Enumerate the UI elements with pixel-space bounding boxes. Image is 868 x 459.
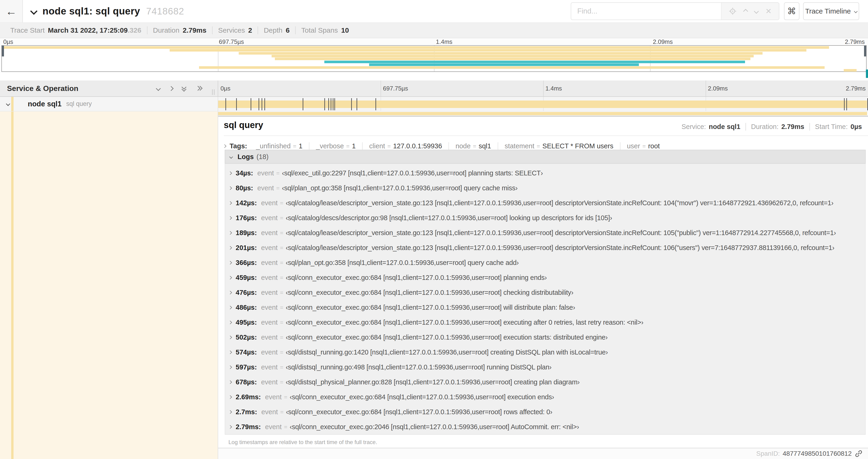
log-marker-tick[interactable] (356, 98, 357, 110)
log-marker-tick[interactable] (225, 98, 226, 110)
log-expand-chevron-icon[interactable] (228, 305, 232, 309)
log-marker-tick[interactable] (328, 98, 329, 110)
span-row[interactable]: node sql1 sql query (0, 97, 868, 111)
log-entry-row[interactable]: 80µs: event = ‹sql/plan_opt.go:358 [nsql… (225, 181, 865, 195)
collapse-one-icon[interactable] (156, 86, 161, 91)
log-marker-tick[interactable] (375, 98, 376, 110)
log-field-value: ‹sql/conn_executor_exec.go:2046 [nsql1,c… (290, 423, 579, 431)
log-entry-row[interactable]: 2.69ms: event = ‹sql/conn_executor_exec.… (225, 390, 865, 404)
log-equals: = (280, 215, 283, 221)
log-field-value: ‹sql/catalog/lease/descriptor_version_st… (286, 199, 833, 207)
log-expand-chevron-icon[interactable] (228, 246, 232, 250)
log-entry-row[interactable]: 366µs: event = ‹sql/plan_opt.go:358 [nsq… (225, 255, 865, 270)
minimap-right-handle[interactable] (864, 46, 866, 57)
log-expand-chevron-icon[interactable] (228, 321, 232, 324)
log-expand-chevron-icon[interactable] (228, 335, 232, 339)
log-expand-chevron-icon[interactable] (228, 216, 232, 220)
log-marker-tick[interactable] (303, 98, 303, 110)
span-duration-bar[interactable] (218, 101, 867, 108)
log-entry-row[interactable]: 476µs: event = ‹sql/conn_executor_exec.g… (225, 285, 865, 300)
log-expand-chevron-icon[interactable] (228, 201, 232, 205)
trace-collapse-chevron-icon[interactable] (30, 7, 37, 15)
log-expand-chevron-icon[interactable] (228, 276, 232, 280)
log-entry-row[interactable]: 2.7ms: event = ‹sql/conn_executor_exec.g… (225, 404, 865, 419)
log-marker-tick[interactable] (844, 98, 845, 110)
log-field-key: event (261, 378, 278, 386)
minimap-canvas[interactable] (1, 45, 867, 72)
keyboard-shortcuts-button[interactable]: ⌘ (784, 2, 799, 20)
log-entry-row[interactable]: 142µs: event = ‹sql/catalog/lease/descri… (225, 195, 865, 210)
log-marker-tick[interactable] (251, 98, 251, 110)
log-marker-tick[interactable] (258, 98, 259, 110)
log-marker-tick[interactable] (261, 98, 262, 110)
log-entry-row[interactable]: 34µs: event = ‹sql/exec_util.go:2297 [ns… (225, 166, 865, 181)
log-expand-chevron-icon[interactable] (228, 261, 232, 264)
log-equals: = (276, 170, 280, 176)
ruler-tick: 2.09ms (708, 85, 728, 92)
find-input[interactable] (571, 3, 721, 20)
tag-equals: = (346, 143, 350, 150)
log-expand-chevron-icon[interactable] (228, 231, 232, 235)
log-expand-chevron-icon[interactable] (228, 425, 232, 429)
summary-label: Trace Start (10, 26, 44, 34)
log-entry-row[interactable]: 502µs: event = ‹sql/conn_executor_exec.g… (225, 330, 865, 345)
log-expand-chevron-icon[interactable] (228, 350, 232, 354)
log-expand-chevron-icon[interactable] (228, 365, 232, 369)
top-bar: ← node sql1: sql query 7418682 ✕ ⌘ Trace… (0, 0, 868, 23)
log-entry-row[interactable]: 2.79ms: event = ‹sql/conn_executor_exec.… (225, 419, 865, 434)
tag-value: root (648, 142, 660, 150)
log-expand-chevron-icon[interactable] (228, 291, 232, 294)
logs-accordion-header[interactable]: Logs (18) (225, 150, 866, 164)
log-entry-row[interactable]: 201µs: event = ‹sql/catalog/lease/descri… (225, 240, 865, 255)
expand-one-icon[interactable] (169, 86, 174, 91)
find-clear-icon[interactable]: ✕ (765, 7, 772, 15)
log-expand-chevron-icon[interactable] (228, 395, 232, 399)
log-entry-row[interactable]: 574µs: event = ‹sql/distsql_running.go:1… (225, 345, 865, 360)
log-entry-row[interactable]: 189µs: event = ‹sql/catalog/lease/descri… (225, 225, 865, 240)
span-collapse-chevron-icon[interactable] (6, 102, 10, 106)
summary-value: 2.79ms (183, 26, 207, 34)
column-resize-grip[interactable] (212, 89, 214, 95)
log-entry-row[interactable]: 678µs: event = ‹sql/distsql_physical_pla… (225, 374, 865, 390)
log-marker-tick[interactable] (236, 98, 237, 110)
log-marker-tick[interactable] (351, 98, 352, 110)
log-expand-chevron-icon[interactable] (228, 171, 232, 175)
child-span-bar[interactable] (218, 112, 867, 115)
log-timestamp: 366µs: (236, 259, 257, 267)
log-marker-tick[interactable] (331, 98, 331, 110)
log-marker-tick[interactable] (265, 98, 265, 110)
log-marker-tick[interactable] (846, 98, 847, 110)
log-marker-tick[interactable] (334, 98, 335, 110)
log-marker-tick[interactable] (324, 98, 325, 110)
tag-value: sql1 (478, 142, 491, 150)
log-expand-chevron-icon[interactable] (228, 186, 232, 190)
log-expand-chevron-icon[interactable] (228, 410, 232, 414)
find-next-icon[interactable] (754, 9, 759, 13)
log-entry-row[interactable]: 486µs: event = ‹sql/conn_executor_exec.g… (225, 300, 865, 315)
view-selector-button[interactable]: Trace Timeline (803, 2, 859, 20)
tags-expand-chevron-icon[interactable] (223, 144, 226, 148)
log-entry-row[interactable]: 176µs: event = ‹sql/catalog/descs/descri… (225, 210, 865, 225)
collapse-all-icon[interactable] (182, 85, 187, 91)
log-entry-row[interactable]: 597µs: event = ‹sql/distsql_running.go:4… (225, 360, 865, 374)
span-row-name-column[interactable]: node sql1 sql query (0, 97, 218, 111)
summary-value: 10 (341, 26, 349, 34)
back-button[interactable]: ← (0, 0, 23, 22)
log-timestamp: 678µs: (236, 378, 257, 386)
detail-meta-value: 0µs (850, 123, 862, 131)
deep-link-icon[interactable] (855, 450, 862, 457)
log-expand-chevron-icon[interactable] (228, 380, 232, 384)
tag-key: node (456, 142, 471, 150)
log-entry-row[interactable]: 495µs: event = ‹sql/conn_executor_exec.g… (225, 315, 865, 330)
locate-icon[interactable] (729, 7, 737, 15)
expand-all-icon[interactable] (196, 86, 202, 91)
find-prev-icon[interactable] (743, 9, 748, 13)
logs-collapse-chevron-icon[interactable] (229, 155, 233, 159)
log-field-key: event (257, 169, 274, 177)
tag-value: 127.0.0.1:59936 (393, 142, 442, 150)
minimap-left-handle[interactable] (2, 46, 4, 57)
log-marker-tick[interactable] (333, 98, 334, 110)
summary-value-fraction: .326 (128, 26, 141, 34)
log-entry-row[interactable]: 459µs: event = ‹sql/conn_executor_exec.g… (225, 270, 865, 285)
log-timestamp: 2.7ms: (236, 408, 257, 416)
